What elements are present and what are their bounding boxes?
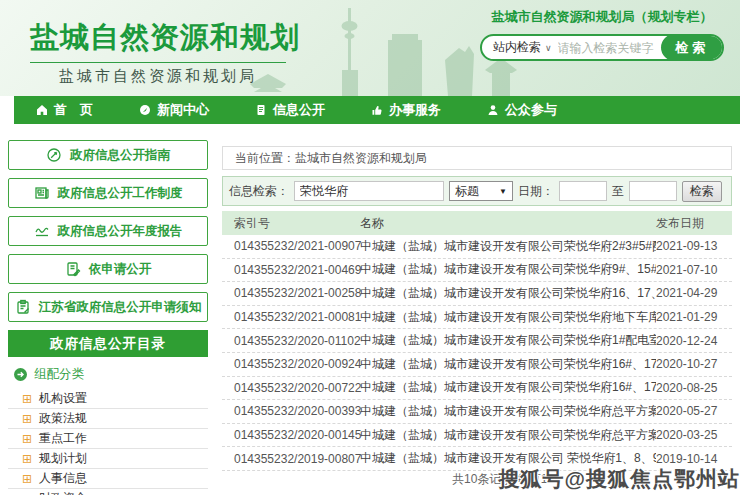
sidebar-item-label: 机构设置 [39, 390, 87, 407]
date-from-input[interactable] [559, 181, 607, 201]
column-header-name: 名称 [360, 215, 656, 232]
nav-item-news-center[interactable]: 新闻中心 [139, 101, 209, 119]
news-icon [139, 104, 151, 116]
sidebar-directory-header[interactable]: 政府信息公开目录 [8, 330, 208, 357]
table-row: 014355232/2020-01102 中城建（盐城）城市建设开发有限公司荣悦… [222, 329, 732, 353]
cell-index-number: 014355232/2020-01102 [222, 334, 360, 348]
table-row: 014355232/2020-00924 中城建（盐城）城市建设开发有限公司荣悦… [222, 353, 732, 377]
column-header-index: 索引号 [222, 215, 360, 232]
main-content: 当前位置：盐城市自然资源和规划局 信息检索： 标题 ▼ 日期： 至 检索 索引号… [222, 146, 732, 471]
search-button[interactable]: 检索 [661, 34, 723, 61]
cell-index-number: 014355232/2020-00924 [222, 357, 360, 371]
nav-item-info-disclosure[interactable]: 信息公开 [255, 101, 325, 119]
sidebar-item-label: 规划计划 [39, 450, 87, 467]
sidebar-btn-apply-disclosure[interactable]: 依申请公开 [8, 254, 208, 284]
chevron-down-icon: ∨ [545, 43, 552, 53]
table-row: 014355232/2020-00393 中城建（盐城）城市建设开发有限公司荣悦… [222, 400, 732, 424]
plus-square-icon: ⊞ [22, 393, 32, 405]
date-label: 日期： [518, 183, 554, 200]
cell-document-link[interactable]: 中城建（盐城）城市建设开发有限公司荣悦华府16#、17#、23#、 ... [360, 379, 656, 396]
results-table: 索引号 名称 发布日期 014355232/2021-00907 中城建（盐城）… [222, 211, 732, 471]
page: 盐城自然资源和规划 盐城市自然资源和规划局 盐城市自然资源和规划局（规划专栏） … [0, 0, 740, 495]
cell-document-link[interactable]: 中城建（盐城）城市建设开发有限公司荣悦华府16、17、23、29、 ... [360, 285, 656, 302]
sidebar: 政府信息公开指南 政府信息公开工作制度 政府信息公开年度报告 依申请公开 江苏省… [8, 140, 208, 495]
portal-title: 盐城市自然资源和规划局（规划专栏） [480, 8, 724, 26]
sidebar-item-orgs[interactable]: ⊞ 机构设置 [8, 389, 208, 409]
cell-publish-date: 2021-04-29 [656, 286, 732, 300]
participation-icon [487, 104, 499, 116]
sidebar-item-label: 政策法规 [39, 410, 87, 427]
search-scope-label: 站内检索 [493, 39, 541, 56]
sidebar-group-category[interactable]: 组配分类 [8, 357, 208, 389]
sidebar-btn-annual-report[interactable]: 政府信息公开年度报告 [8, 216, 208, 246]
sidebar-item-finance[interactable]: ⊞ 财政资金 [8, 489, 208, 495]
sohu-watermark: 搜狐号@搜狐焦点鄂州站 [499, 465, 740, 493]
filter-search-button[interactable]: 检索 [682, 181, 722, 202]
nav-item-label: 信息公开 [273, 101, 325, 119]
info-disclosure-icon [255, 104, 267, 116]
guide-icon [46, 147, 62, 163]
cell-index-number: 014355232/2021-00907 [222, 239, 360, 253]
cell-publish-date: 2021-09-13 [656, 239, 732, 253]
nav-item-public-participation[interactable]: 公众参与 [487, 101, 557, 119]
services-icon [371, 104, 383, 116]
nav-item-label: 公众参与 [505, 101, 557, 119]
keyword-label: 信息检索： [229, 183, 289, 200]
sidebar-btn-disclosure-guide[interactable]: 政府信息公开指南 [8, 140, 208, 170]
cell-document-link[interactable]: 中城建（盐城）城市建设开发有限公司荣悦华府地下车库二期工程A区-2 ... [360, 309, 656, 326]
sidebar-btn-label: 政府信息公开年度报告 [58, 223, 183, 240]
sidebar-btn-label: 江苏省政府信息公开申请须知 [39, 299, 202, 316]
date-to-input[interactable] [629, 181, 677, 201]
sidebar-btn-label: 政府信息公开工作制度 [58, 185, 183, 202]
sidebar-btn-application-notice[interactable]: 江苏省政府信息公开申请须知 [8, 292, 208, 322]
work-system-icon [34, 185, 50, 201]
cell-publish-date: 2020-12-24 [656, 334, 732, 348]
sidebar-item-planning[interactable]: ⊞ 规划计划 [8, 449, 208, 469]
date-to-label: 至 [612, 183, 624, 200]
site-brand: 盐城自然资源和规划 盐城市自然资源和规划局 [30, 18, 300, 86]
sidebar-btn-work-system[interactable]: 政府信息公开工作制度 [8, 178, 208, 208]
table-row: 014355232/2021-00907 中城建（盐城）城市建设开发有限公司荣悦… [222, 235, 732, 259]
field-select-value: 标题 [455, 183, 479, 200]
header-right: 盐城市自然资源和规划局（规划专栏） 站内检索 ∨ 检索 [480, 8, 724, 61]
cell-document-link[interactable]: 中城建（盐城）城市建设开发有限公司荣悦华府2#3#5#配电房、4# ... [360, 238, 656, 255]
sidebar-btn-label: 依申请公开 [89, 261, 152, 278]
application-notice-icon [15, 299, 31, 315]
cell-publish-date: 2020-03-25 [656, 428, 732, 442]
column-header-date: 发布日期 [656, 215, 732, 232]
site-header: 盐城自然资源和规划 盐城市自然资源和规划局 盐城市自然资源和规划局（规划专栏） … [0, 0, 740, 96]
cell-publish-date: 2019-10-14 [656, 452, 732, 466]
field-select[interactable]: 标题 ▼ [449, 181, 513, 201]
home-icon [36, 104, 48, 116]
table-row: 014355232/2021-00081 中城建（盐城）城市建设开发有限公司荣悦… [222, 306, 732, 330]
sidebar-item-label: 人事信息 [39, 470, 87, 487]
nav-item-label: 新闻中心 [157, 101, 209, 119]
cell-index-number: 014355232/2021-00258 [222, 286, 360, 300]
plus-square-icon: ⊞ [22, 433, 32, 445]
nav-item-services[interactable]: 办事服务 [371, 101, 441, 119]
site-title: 盐城自然资源和规划 [30, 18, 300, 58]
cell-publish-date: 2021-07-10 [656, 263, 732, 277]
cell-document-link[interactable]: 中城建（盐城）城市建设开发有限公司荣悦华府16#、17#、23#、 ... [360, 356, 656, 373]
sidebar-item-personnel[interactable]: ⊞ 人事信息 [8, 469, 208, 489]
table-row: 014355232/2021-00469 中城建（盐城）城市建设开发有限公司荣悦… [222, 259, 732, 283]
cell-document-link[interactable]: 中城建（盐城）城市建设开发有限公司荣悦华府总平方案调整批后公告 [360, 403, 656, 420]
filter-bar: 信息检索： 标题 ▼ 日期： 至 检索 [222, 176, 732, 206]
arrow-circle-icon [14, 368, 27, 381]
nav-item-home[interactable]: 首 页 [36, 101, 93, 119]
breadcrumb: 当前位置：盐城市自然资源和规划局 [222, 146, 732, 170]
keyword-input[interactable] [294, 181, 444, 201]
sidebar-item-label: 财政资金 [39, 490, 87, 495]
sidebar-group-label: 组配分类 [34, 366, 84, 383]
cell-document-link[interactable]: 中城建（盐城）城市建设开发有限公司荣悦华府1#配电室、8#配电室、 ... [360, 332, 656, 349]
sidebar-item-label: 重点工作 [39, 430, 87, 447]
cell-document-link[interactable]: 中城建（盐城）城市建设开发有限公司荣悦华府9#、15#、19-20 ... [360, 261, 656, 278]
search-input[interactable] [558, 41, 661, 55]
select-caret-icon: ▼ [499, 187, 507, 196]
site-subtitle: 盐城市自然资源和规划局 [30, 67, 286, 86]
sidebar-item-policies[interactable]: ⊞ 政策法规 [8, 409, 208, 429]
plus-square-icon: ⊞ [22, 473, 32, 485]
cell-document-link[interactable]: 中城建（盐城）城市建设开发有限公司荣悦华府总平方案调整 [360, 427, 656, 444]
sidebar-item-key-work[interactable]: ⊞ 重点工作 [8, 429, 208, 449]
search-scope-dropdown[interactable]: 站内检索 ∨ [482, 39, 558, 56]
